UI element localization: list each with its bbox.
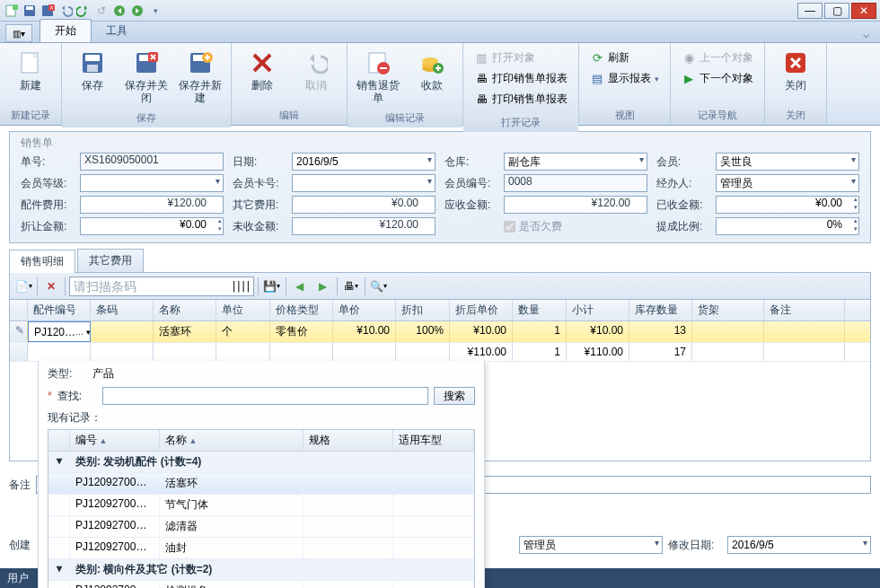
print-report1-button[interactable]: 🖶打印销售单报表 <box>471 69 571 88</box>
grid-new-icon[interactable]: 📄▾ <box>13 276 33 296</box>
field-member[interactable] <box>716 153 859 171</box>
hdr-stock[interactable]: 库存数量 <box>629 300 692 320</box>
list-item[interactable]: PJ12092700…滤清器 <box>48 516 474 538</box>
iscredit-label: 是否欠费 <box>519 219 562 234</box>
lhdr-model[interactable]: 适用车型 <box>393 430 474 451</box>
print2-label: 打印销售单报表 <box>492 92 568 107</box>
field-warehouse[interactable] <box>504 153 647 171</box>
grid-next-icon[interactable]: ▶ <box>313 276 333 296</box>
title-bar: ↺ ▾ — ▢ ✕ <box>0 0 880 22</box>
tab-sales-detail[interactable]: 销售明细 <box>9 250 75 273</box>
list-item[interactable]: PJ12092700…节气门体 <box>48 495 474 516</box>
tab-other-fee[interactable]: 其它费用 <box>77 249 144 272</box>
barcode-input[interactable] <box>74 279 231 294</box>
hdr-price[interactable]: 单价 <box>333 300 396 320</box>
hdr-discprice[interactable]: 折后单价 <box>450 300 513 320</box>
grid-delete-icon[interactable]: ✕ <box>41 276 61 296</box>
cell-partno[interactable]: PJ120…… ▾ <box>28 321 91 342</box>
hdr-qty[interactable]: 数量 <box>513 300 567 320</box>
field-receivable: ¥120.00 <box>504 196 647 214</box>
print-report2-button[interactable]: 🖶打印销售单报表 <box>471 90 571 109</box>
next-object-button[interactable]: ▶下一个对象 <box>678 69 757 88</box>
hdr-shelf[interactable]: 货架 <box>692 300 764 320</box>
lhdr-spec[interactable]: 规格 <box>304 430 393 451</box>
return-button[interactable]: 销售退货单 <box>353 47 403 106</box>
open-object-button: ▥打开对象 <box>471 48 571 67</box>
hdr-barcode[interactable]: 条码 <box>91 300 154 320</box>
field-received[interactable]: ¥0.00 <box>716 196 859 214</box>
qat-next-icon[interactable] <box>129 3 145 19</box>
save-close-button[interactable]: 保存并关闭 <box>121 47 172 106</box>
field-commission[interactable]: 0% <box>716 217 859 235</box>
qat-save-icon[interactable] <box>22 3 38 19</box>
qat-undo-icon[interactable] <box>57 3 74 19</box>
grid-save-icon[interactable]: 💾▾ <box>262 276 282 296</box>
lookup-group[interactable]: ▾类别: 横向件及其它 (计数=2) <box>48 559 474 581</box>
field-memcard[interactable] <box>292 174 436 192</box>
cell <box>91 321 154 342</box>
lhdr-name[interactable]: 名称 <box>160 430 304 451</box>
table-row[interactable]: ¥110.00 1 ¥110.00 17 <box>10 343 870 362</box>
maximize-button[interactable]: ▢ <box>824 3 849 19</box>
return-label: 销售退货单 <box>355 79 401 104</box>
cancel-button: 取消 <box>291 47 341 93</box>
save-button[interactable]: 保存 <box>67 47 118 93</box>
ribbon-minimize-icon[interactable]: ⌵ <box>858 26 875 42</box>
detail-tabs: 销售明细 其它费用 <box>9 249 871 273</box>
cell: ¥10.00 <box>333 321 396 342</box>
svg-rect-20 <box>380 67 387 69</box>
list-item[interactable]: PJ12092700…活塞环 <box>48 473 474 495</box>
coins-icon <box>418 48 446 77</box>
prev-object-button: ◉上一个对象 <box>678 48 757 67</box>
field-date[interactable] <box>292 153 436 171</box>
delete-button[interactable]: 删除 <box>237 47 287 93</box>
qat-new-icon[interactable] <box>4 3 20 19</box>
field-operator[interactable] <box>716 174 859 192</box>
field-creator2[interactable] <box>519 536 663 554</box>
close-window-button[interactable]: ✕ <box>851 3 876 19</box>
delete-icon <box>248 48 277 77</box>
lhdr-id[interactable]: 编号 <box>70 430 160 451</box>
qat-reset-icon[interactable]: ↺ <box>93 3 110 19</box>
collect-button[interactable]: 收款 <box>407 47 457 93</box>
lookup-group[interactable]: ▾类别: 发动机配件 (计数=4) <box>48 452 474 473</box>
save-new-button[interactable]: 保存并新建 <box>175 47 225 106</box>
hdr-subtotal[interactable]: 小计 <box>567 300 629 320</box>
tab-start[interactable]: 开始 <box>40 19 92 42</box>
hdr-name[interactable]: 名称 <box>154 300 216 320</box>
qat-prev-icon[interactable] <box>111 3 128 19</box>
grid-print-icon[interactable]: 🖶▾ <box>341 276 361 296</box>
tab-tools[interactable]: 工具 <box>92 20 142 42</box>
group-edit-caption: 编辑 <box>232 107 347 125</box>
cell <box>692 321 764 342</box>
hdr-discount[interactable]: 折扣 <box>396 300 450 320</box>
new-button[interactable]: 新建 <box>5 47 56 93</box>
hdr-unit[interactable]: 单位 <box>216 300 270 320</box>
list-item[interactable]: PJ12092700…检测设备 <box>48 581 474 588</box>
qat-save-close-icon[interactable] <box>40 3 56 19</box>
svg-rect-11 <box>87 65 98 72</box>
search-input[interactable] <box>102 387 428 405</box>
grid-prev-icon[interactable]: ◀ <box>290 276 310 296</box>
hdr-pricetype[interactable]: 价格类型 <box>270 300 333 320</box>
field-modifydate[interactable] <box>727 536 871 554</box>
cell <box>28 343 91 361</box>
barcode-scan-field[interactable]: |||| <box>69 276 254 296</box>
search-button[interactable]: 搜索 <box>434 387 475 405</box>
file-menu-button[interactable]: ▥▾ <box>5 24 32 42</box>
show-report-button[interactable]: ▤显示报表 ▾ <box>586 69 663 88</box>
field-discount[interactable]: ¥0.00 <box>80 217 224 235</box>
hdr-partno[interactable]: 配件编号 <box>28 300 91 320</box>
new-doc-icon <box>16 48 45 77</box>
grid-search-icon[interactable]: 🔍▾ <box>369 276 389 296</box>
close-button[interactable]: 关闭 <box>770 47 821 93</box>
cell: 零售价 <box>270 321 333 342</box>
qat-customize-icon[interactable]: ▾ <box>147 3 163 19</box>
list-item[interactable]: PJ12092700…油封 <box>48 538 474 559</box>
field-memlevel[interactable] <box>80 174 224 192</box>
hdr-remark[interactable]: 备注 <box>764 300 845 320</box>
table-row[interactable]: ✎ PJ120…… ▾ 活塞环 个 零售价 ¥10.00 100% ¥10.00… <box>10 321 870 343</box>
refresh-button[interactable]: ⟳刷新 <box>586 48 663 67</box>
qat-redo-icon[interactable] <box>75 3 92 19</box>
minimize-button[interactable]: — <box>797 3 823 19</box>
